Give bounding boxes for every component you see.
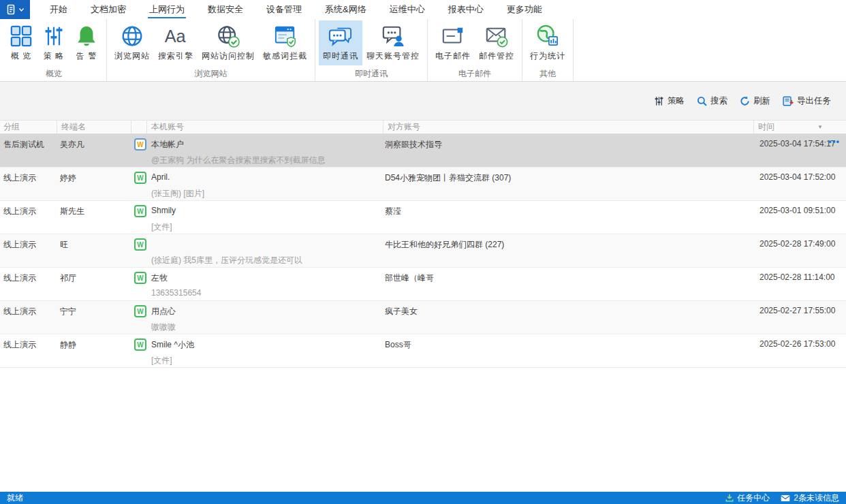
row-terminal: 祁厅 <box>60 272 76 284</box>
table-row[interactable]: 售后测试机 吴亦凡 W 本地帐户 洞察眼技术指导 2025-03-04 17:5… <box>0 134 846 168</box>
wechat-icon: W <box>134 338 146 351</box>
ribbon-item-policy[interactable]: 策 略 <box>37 20 70 65</box>
table-row[interactable]: 线上演示 宁宁 W 用点心 疯子美女 2025-02-27 17:55:00 嗷… <box>0 301 846 334</box>
ribbon-item-overview[interactable]: 概 览 <box>5 20 37 65</box>
tab-device-management[interactable]: 设备管理 <box>255 0 313 19</box>
row-local-account: 用点心 <box>151 306 176 317</box>
row-time: 2025-02-28 17:49:00 <box>759 239 835 249</box>
globe-icon <box>120 24 144 48</box>
row-group: 线上演示 <box>3 306 36 317</box>
export-icon <box>783 96 794 106</box>
ribbon-item-email[interactable]: 电子邮件 <box>431 20 475 65</box>
refresh-icon <box>740 96 750 106</box>
row-group: 线上演示 <box>3 272 36 284</box>
ribbon-item-sensitive-word-block[interactable]: 敏感词拦截 <box>259 20 311 65</box>
tab-ops-center[interactable]: 运维中心 <box>378 0 437 19</box>
table-row[interactable]: 线上演示 婷婷 W April. D54小雅宠物团丨养猫交流群 (307) 20… <box>0 168 846 201</box>
column-header-group[interactable]: 分组 <box>0 121 57 133</box>
app-menu-button[interactable] <box>0 0 30 19</box>
row-time: 2025-02-28 11:14:00 <box>759 272 835 282</box>
ribbon-group-web-browsing: 浏览网站 Aa 搜索引擎 <box>107 19 315 81</box>
tab-data-security[interactable]: 数据安全 <box>196 0 255 19</box>
ribbon-group-label: 其他 <box>526 65 569 83</box>
row-local-account: Smile ^小池 <box>151 339 194 351</box>
column-header-app-icon[interactable] <box>131 121 147 133</box>
unread-messages-button[interactable]: 2条未读信息 <box>781 492 839 504</box>
row-more-icon[interactable]: ••• <box>828 136 840 146</box>
mail-shield-icon <box>484 24 509 48</box>
ribbon-group-instant-messaging: 即时通讯 聊天账号管控 <box>315 19 428 81</box>
row-group: 线上演示 <box>3 339 36 351</box>
tab-start[interactable]: 开始 <box>38 0 79 19</box>
row-peer-account: 洞察眼技术指导 <box>385 139 442 151</box>
row-terminal: 宁宁 <box>60 306 76 317</box>
ribbon-group-email: 电子邮件 邮件管控 电子邮件 <box>428 19 522 81</box>
aa-icon: Aa <box>163 24 188 48</box>
row-last-message: (张玉阁) [图片] <box>151 188 204 200</box>
app-window: 开始 文档加密 上网行为 数据安全 设备管理 系统&网络 运维中心 报表中心 更… <box>0 0 846 504</box>
row-peer-account: 蔡滢 <box>385 206 401 217</box>
row-time: 2025-03-01 09:51:00 <box>759 206 835 215</box>
tab-internet-behavior[interactable]: 上网行为 <box>138 0 196 19</box>
wechat-icon: W <box>134 272 146 284</box>
task-center-button[interactable]: 任务中心 <box>725 492 770 504</box>
ribbon-group-other: 行为统计 其他 <box>522 19 574 81</box>
ribbon-item-alert[interactable]: 告 警 <box>70 20 103 65</box>
globe-chart-icon <box>535 24 560 48</box>
row-terminal: 婷婷 <box>60 172 76 184</box>
row-local-account: April. <box>151 172 170 182</box>
policy-button[interactable]: 策略 <box>654 95 685 107</box>
table-row[interactable]: 线上演示 静静 W Smile ^小池 Boss哥 2025-02-26 17:… <box>0 334 846 368</box>
table-row[interactable]: 线上演示 斯先生 W Shmily 蔡滢 2025-03-01 09:51:00… <box>0 201 846 234</box>
list-toolbar: 策略 搜索 刷新 导出任务 <box>0 82 846 120</box>
search-button[interactable]: 搜索 <box>697 95 727 107</box>
refresh-button[interactable]: 刷新 <box>740 95 770 107</box>
mail-icon <box>781 494 790 502</box>
ribbon-group-label: 浏览网站 <box>110 65 311 83</box>
empty-area <box>0 368 846 492</box>
row-peer-account: D54小雅宠物团丨养猫交流群 (307) <box>385 172 511 184</box>
row-local-account: 左牧 <box>151 272 168 284</box>
row-time: 2025-02-27 17:55:00 <box>759 306 835 315</box>
grid-icon <box>9 24 33 48</box>
row-peer-account: 疯子美女 <box>385 306 418 317</box>
row-terminal: 吴亦凡 <box>60 139 84 151</box>
ribbon-item-browse-websites[interactable]: 浏览网站 <box>110 20 154 65</box>
ribbon-item-search-engine[interactable]: Aa 搜索引擎 <box>154 20 198 65</box>
time-filter-icon[interactable]: ▼ <box>817 125 823 130</box>
table-row[interactable]: 线上演示 旺 W 牛比王和他的好兄弟们四群 (227) 2025-02-28 1… <box>0 234 846 268</box>
globe-check-icon <box>216 24 240 48</box>
tab-report-center[interactable]: 报表中心 <box>437 0 495 19</box>
ribbon-tab-bar: 开始 文档加密 上网行为 数据安全 设备管理 系统&网络 运维中心 报表中心 更… <box>0 0 846 19</box>
column-header-time[interactable]: 时间 ▼ <box>754 121 846 133</box>
tab-doc-encrypt[interactable]: 文档加密 <box>79 0 138 19</box>
row-terminal: 旺 <box>60 239 68 251</box>
row-last-message: 嗷嗷嗷 <box>151 321 176 333</box>
row-last-message: (徐近庭) 我5库里，压评分玩感觉是还可以 <box>151 255 302 266</box>
row-last-message: [文件] <box>151 221 172 233</box>
column-header-peer-account[interactable]: 对方账号 <box>383 121 754 133</box>
ribbon-item-instant-messaging[interactable]: 即时通讯 <box>319 20 362 65</box>
tab-system-network[interactable]: 系统&网络 <box>313 0 378 19</box>
export-tasks-button[interactable]: 导出任务 <box>783 95 831 107</box>
table-row[interactable]: 线上演示 祁厅 W 左牧 部世峰（峰哥 2025-02-28 11:14:00 … <box>0 268 846 301</box>
chat-user-icon <box>381 24 405 48</box>
ribbon-item-site-access-control[interactable]: 网站访问控制 <box>198 20 259 65</box>
window-shield-icon <box>273 24 298 48</box>
row-peer-account: Boss哥 <box>385 339 411 351</box>
bell-icon <box>74 24 99 48</box>
tab-more-features[interactable]: 更多功能 <box>495 0 554 19</box>
ribbon-item-behavior-stats[interactable]: 行为统计 <box>526 20 569 65</box>
ribbon-group-overview: 概 览 策 略 <box>1 19 107 81</box>
ribbon-item-mail-control[interactable]: 邮件管控 <box>475 20 518 65</box>
svg-text:Aa: Aa <box>165 27 187 46</box>
column-header-terminal[interactable]: 终端名 <box>57 121 131 133</box>
row-terminal: 静静 <box>60 339 76 351</box>
row-local-account: 本地帐户 <box>151 139 184 151</box>
records-list: 售后测试机 吴亦凡 W 本地帐户 洞察眼技术指导 2025-03-04 17:5… <box>0 134 846 368</box>
column-header-local-account[interactable]: 本机账号 <box>147 121 383 133</box>
app-logo-icon <box>6 4 17 15</box>
ribbon-item-chat-account-control[interactable]: 聊天账号管控 <box>362 20 424 65</box>
wecom-icon: W <box>134 138 146 151</box>
sliders-icon <box>42 24 66 48</box>
